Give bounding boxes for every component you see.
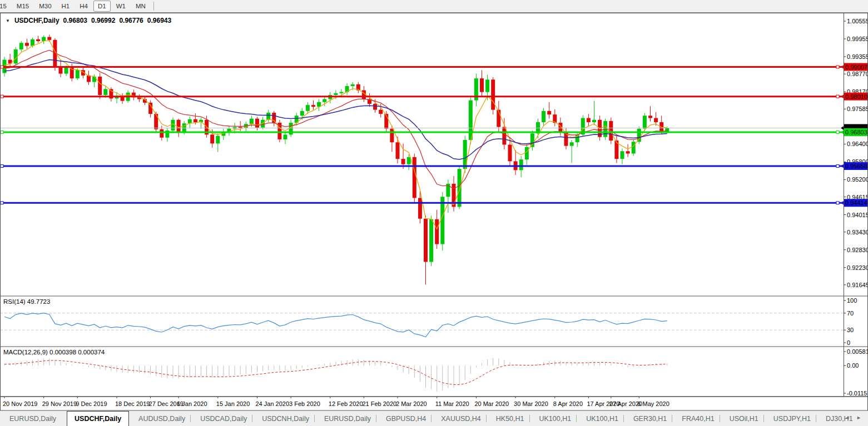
tab-xauusd-h4[interactable]: XAUUSD,H4 [436, 411, 486, 426]
candle-body [59, 68, 63, 74]
line-left-handle[interactable] [1, 202, 3, 204]
line-left-handle[interactable] [1, 95, 3, 98]
candle-body [300, 111, 304, 116]
candle-body [87, 76, 91, 82]
tab-eurusd-daily[interactable]: EURUSD,Daily [319, 411, 376, 426]
tab-separator [720, 415, 720, 422]
candle-body [216, 136, 220, 144]
tab-scroll-arrows: ◄ ► [845, 415, 861, 420]
candle-body [47, 37, 51, 40]
candle-body [542, 111, 545, 122]
timeframe-button-m30[interactable]: M30 [34, 1, 56, 12]
tab-scroll-right-icon[interactable]: ► [856, 415, 861, 420]
candle-body [250, 119, 254, 124]
tab-eurusd-daily[interactable]: EURUSD,Daily [4, 411, 61, 426]
price-tag-value: 0.94414 [845, 199, 867, 206]
tab-audusd-daily[interactable]: AUDUSD,Daily [133, 411, 190, 426]
chart-window: 1.005550.999550.993550.987700.981700.975… [0, 13, 868, 411]
tab-separator [529, 415, 530, 422]
tab-uk100-h1[interactable]: UK100,H1 [581, 411, 623, 426]
tab-ger30-h1[interactable]: GER30,H1 [628, 411, 672, 426]
date-axis-label: 6 May 2020 [637, 400, 669, 407]
tab-hk50-h1[interactable]: HK50,H1 [491, 411, 529, 426]
tab-scroll-left-icon[interactable]: ◄ [845, 415, 850, 420]
line-right-handle[interactable] [836, 202, 839, 204]
price-axis-tick-label: 1.00555 [847, 18, 868, 24]
line-right-handle[interactable] [836, 164, 839, 167]
chart-symbol-dropdown-icon[interactable]: ▼ [6, 18, 10, 23]
candle-body [519, 159, 523, 170]
candle-body [485, 79, 489, 92]
line-right-handle[interactable] [836, 66, 839, 68]
timeframe-button-mn[interactable]: MN [131, 1, 150, 12]
tab-usdjpy-h1[interactable]: USDJPY,H1 [768, 411, 816, 426]
tab-fra40-h1[interactable]: FRA40,H1 [677, 411, 719, 426]
candle-body [547, 111, 551, 114]
rsi-axis-label: 100 [847, 297, 857, 304]
timeframe-button-h4[interactable]: H4 [75, 1, 92, 12]
chart-low-value: 0.96776 [119, 17, 143, 24]
candle-body [502, 127, 506, 145]
tab-usdcnh-daily[interactable]: USDCNH,Daily [257, 411, 314, 426]
rsi-line [4, 313, 667, 337]
price-axis-tick-label: 0.92830 [847, 247, 868, 253]
candle-body [323, 99, 326, 102]
tab-separator [763, 415, 764, 422]
tab-usdcad-daily[interactable]: USDCAD,Daily [195, 411, 252, 426]
chart-title: ▼ USDCHF,Daily 0.96803 0.96992 0.96776 0… [6, 17, 171, 24]
line-right-handle[interactable] [836, 95, 839, 98]
tab-usdchf-daily[interactable]: USDCHF,Daily [67, 411, 129, 426]
candle-body [654, 118, 658, 122]
timeframe-toolbar: 15M15M30H1H4D1W1MN [0, 0, 868, 13]
tab-separator [431, 415, 431, 422]
candle-body [637, 129, 641, 142]
candle-body [340, 92, 344, 93]
candle-body [65, 68, 68, 74]
price-axis-tick-label: 0.99355 [847, 53, 868, 60]
candle-body [407, 157, 411, 164]
price-axis-tick-label: 0.94015 [847, 212, 868, 218]
price-axis-tick-label: 0.93430 [847, 229, 868, 235]
chart-symbol-period: USDCHF,Daily [14, 17, 59, 24]
price-axis-tick-label: 0.98770 [847, 71, 868, 77]
tab-gbpusd-h4[interactable]: GBPUSD,H4 [381, 411, 431, 426]
candle-body [632, 142, 636, 153]
candle-body [351, 84, 355, 86]
candle-body [480, 78, 484, 92]
candle-body [160, 129, 163, 138]
candle-body [648, 116, 652, 118]
line-left-handle[interactable] [1, 164, 3, 167]
line-right-handle[interactable] [836, 131, 839, 133]
ma-mid-line [4, 51, 667, 189]
chart-canvas[interactable]: 1.005550.999550.993550.987700.981700.975… [0, 13, 868, 411]
candle-body [148, 103, 152, 114]
candle-body [42, 37, 46, 41]
candle-body [25, 43, 29, 46]
timeframe-button-15[interactable]: 15 [0, 1, 11, 12]
timeframe-button-m15[interactable]: M15 [12, 1, 33, 12]
timeframe-button-h1[interactable]: H1 [57, 1, 75, 12]
date-axis-label: 21 Feb 2020 [362, 400, 396, 407]
macd-indicator-label: MACD(12,26,9) 0.000398 0.000374 [3, 349, 105, 355]
candle-body [311, 105, 315, 107]
chart-high-value: 0.96992 [91, 17, 115, 24]
timeframe-button-w1[interactable]: W1 [112, 1, 130, 12]
price-tag-value: 0.96803 [845, 129, 867, 136]
price-tag-value: 0.99007 [845, 64, 867, 71]
candle-body [76, 70, 80, 78]
candle-body [284, 134, 287, 139]
candle-body [424, 219, 428, 262]
tab-usoil-h1[interactable]: USOil,H1 [725, 411, 763, 426]
candle-body [401, 159, 405, 164]
date-axis-label: 20 Mar 2020 [474, 400, 509, 407]
date-axis-label: 2 Mar 2020 [396, 400, 427, 407]
timeframe-button-d1[interactable]: D1 [93, 1, 111, 12]
tab-uk100-h1[interactable]: UK100,H1 [534, 411, 577, 426]
candle-body [491, 79, 495, 109]
line-left-handle[interactable] [1, 131, 3, 133]
line-left-handle[interactable] [1, 66, 3, 68]
candle-body [98, 77, 102, 95]
candle-body [413, 157, 416, 198]
candle-body [272, 113, 276, 123]
candle-body [36, 39, 40, 41]
